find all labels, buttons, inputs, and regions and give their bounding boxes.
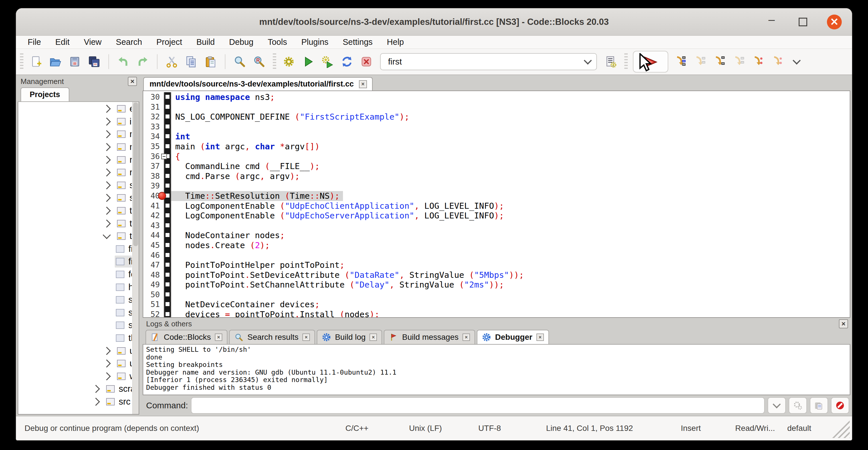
open-log-folder-button[interactable] — [810, 397, 828, 414]
menu-item-help[interactable]: Help — [380, 37, 411, 47]
code-line-50[interactable]: 50 — [143, 290, 850, 300]
tree-item-mat[interactable]: mat — [18, 128, 132, 141]
chevron-collapsed-icon[interactable] — [92, 398, 100, 406]
log-tab-close-icon[interactable]: × — [536, 333, 544, 341]
menu-item-view[interactable]: View — [77, 37, 109, 47]
debugger-output[interactable]: Setting SHELL to '/bin/sh'doneSetting br… — [143, 344, 850, 395]
line-number[interactable]: 36 — [143, 152, 164, 161]
run-to-cursor-button[interactable] — [672, 53, 688, 71]
tree-item-trafl[interactable]: trafl — [18, 217, 132, 230]
line-number[interactable]: 44 — [143, 231, 164, 240]
copy-button[interactable] — [183, 53, 199, 71]
maximize-icon[interactable] — [796, 14, 810, 29]
menu-item-tools[interactable]: Tools — [260, 37, 294, 47]
step-out-button[interactable] — [730, 53, 747, 71]
menu-item-file[interactable]: File — [21, 37, 48, 47]
code-line-51[interactable]: 51 NetDeviceContainer devices; — [143, 300, 850, 309]
code-line-42[interactable]: 42 LogComponentEnable ("UdpEchoServerApp… — [143, 211, 850, 221]
management-close-icon[interactable]: × — [128, 77, 137, 86]
code-line-49[interactable]: 49 pointToPoint.SetChannelAttribute ("De… — [143, 280, 850, 290]
tree-item-nam[interactable]: nam — [18, 141, 132, 154]
tree-item-he[interactable]: he — [18, 281, 132, 294]
toolbar-grip[interactable] — [273, 53, 276, 70]
command-history-chevron[interactable] — [768, 397, 786, 414]
undo-button[interactable] — [115, 53, 131, 71]
build-options-button[interactable] — [602, 53, 619, 71]
editor-tab-first-cc[interactable]: mnt/dev/tools/source/ns-3-dev/examples/t… — [143, 77, 373, 91]
close-icon[interactable]: ✕ — [827, 14, 842, 29]
abort-button[interactable] — [358, 53, 375, 71]
build-button[interactable] — [280, 53, 297, 71]
tab-projects[interactable]: Projects — [21, 87, 69, 101]
menu-item-plugins[interactable]: Plugins — [294, 37, 336, 47]
paste-button[interactable] — [202, 53, 219, 71]
tree-item-six[interactable]: six — [18, 319, 132, 332]
code-line-47[interactable]: 47 PointToPointHelper pointToPoint; — [143, 260, 850, 270]
menu-item-search[interactable]: Search — [109, 37, 149, 47]
code-line-32[interactable]: 32NS_LOG_COMPONENT_DEFINE ("FirstScriptE… — [143, 112, 850, 122]
replace-button[interactable]: R — [251, 53, 267, 71]
chevron-collapsed-icon[interactable] — [103, 359, 111, 367]
chevron-expanded-icon[interactable] — [103, 231, 111, 239]
log-tab-search-results[interactable]: Search results× — [229, 330, 315, 344]
code-line-43[interactable]: 43 — [143, 221, 850, 231]
tree-item-reall[interactable]: reall — [18, 153, 132, 166]
resize-grip[interactable] — [824, 416, 852, 440]
tree-item-udp[interactable]: udp — [18, 344, 132, 357]
code-line-40[interactable]: 40 Time::SetResolution (Time::NS); — [143, 191, 850, 201]
line-number[interactable]: 32 — [143, 112, 164, 122]
line-number[interactable]: 34 — [143, 132, 164, 142]
line-number[interactable]: 30 — [143, 92, 164, 102]
menu-item-debug[interactable]: Debug — [222, 37, 260, 47]
line-number[interactable]: 39 — [143, 181, 164, 191]
tree-item-tcp[interactable]: tcp — [18, 205, 132, 217]
code-line-46[interactable]: 46 — [143, 250, 850, 261]
code-line-36[interactable]: 36{ — [143, 152, 850, 161]
tree-item-fo[interactable]: fo — [18, 268, 132, 281]
tree-item-rout[interactable]: rout — [18, 166, 132, 179]
tree-item-tuto[interactable]: tuto — [18, 230, 132, 243]
breakpoint-icon[interactable] — [158, 192, 166, 200]
toolbar-grip[interactable] — [20, 53, 23, 70]
log-tab-code-blocks[interactable]: Code::Blocks× — [146, 330, 227, 344]
debug-settings-button[interactable] — [789, 397, 807, 414]
build-target-value[interactable] — [388, 57, 585, 66]
step-into-button[interactable] — [711, 53, 727, 71]
line-number[interactable]: 45 — [143, 240, 164, 250]
line-number[interactable]: 46 — [143, 250, 164, 261]
line-number[interactable]: 37 — [143, 161, 164, 171]
code-line-30[interactable]: 30using namespace ns3; — [143, 92, 850, 102]
logs-close-icon[interactable]: × — [839, 319, 848, 328]
log-tab-close-icon[interactable]: × — [303, 333, 310, 341]
log-tab-build-log[interactable]: Build log× — [317, 330, 382, 344]
cut-button[interactable] — [163, 53, 180, 71]
code-line-44[interactable]: 44 NodeContainer nodes; — [143, 231, 850, 240]
tree-item-se[interactable]: se — [18, 306, 132, 319]
line-number[interactable]: 48 — [143, 270, 164, 280]
line-number[interactable]: 42 — [143, 211, 164, 221]
code-line-35[interactable]: 35main (int argc, char *argv[]) — [143, 142, 850, 152]
line-number[interactable]: 50 — [143, 290, 164, 300]
code-line-31[interactable]: 31 — [143, 102, 850, 112]
line-number[interactable]: 31 — [143, 102, 164, 112]
line-number[interactable]: 40 — [143, 191, 164, 201]
line-number[interactable]: 49 — [143, 280, 164, 290]
log-tab-close-icon[interactable]: × — [215, 333, 222, 341]
line-number[interactable]: 43 — [143, 221, 164, 231]
chevron-collapsed-icon[interactable] — [103, 372, 111, 380]
tree-item-th[interactable]: th — [18, 332, 132, 344]
command-input[interactable] — [191, 397, 765, 414]
menu-item-project[interactable]: Project — [149, 37, 189, 47]
tree-item-stat[interactable]: stat — [18, 191, 132, 205]
rebuild-button[interactable] — [339, 53, 355, 71]
code-line-45[interactable]: 45 nodes.Create (2); — [143, 240, 850, 250]
chevron-collapsed-icon[interactable] — [103, 181, 111, 189]
toolbar-grip[interactable] — [624, 53, 628, 70]
chevron-collapsed-icon[interactable] — [103, 194, 111, 202]
tree-item-wire[interactable]: wire — [18, 370, 132, 383]
chevron-collapsed-icon[interactable] — [103, 207, 111, 215]
log-tab-debugger[interactable]: Debugger× — [477, 330, 549, 344]
chevron-collapsed-icon[interactable] — [92, 385, 100, 393]
stop-debugger-button[interactable] — [831, 397, 849, 414]
save-button[interactable] — [66, 53, 83, 71]
